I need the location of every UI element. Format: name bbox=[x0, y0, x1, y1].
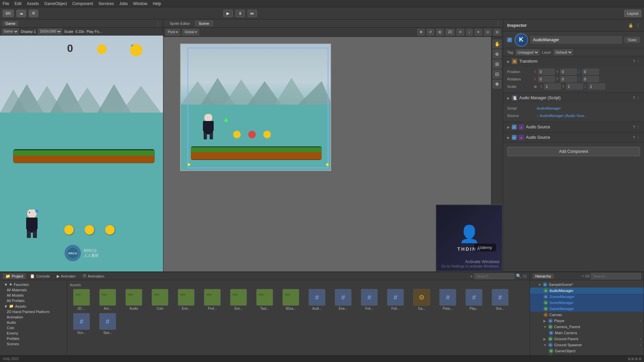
as2-info-btn[interactable]: ? bbox=[633, 135, 635, 140]
2d-view-button[interactable]: 2D bbox=[445, 29, 454, 36]
sidebar-prefabs[interactable]: Prefabs bbox=[3, 336, 67, 341]
sidebar-all-models[interactable]: All Models bbox=[3, 293, 67, 298]
transform-tool[interactable]: ⊟ bbox=[493, 70, 501, 78]
scale-z-value[interactable]: 1 bbox=[588, 83, 605, 89]
am-menu-btn[interactable]: ⋮ bbox=[636, 96, 640, 100]
br-button[interactable]: BR bbox=[3, 10, 14, 17]
asset-2d[interactable]: 2D ... bbox=[70, 289, 93, 310]
panel-menu[interactable]: ⋮ bbox=[156, 21, 160, 26]
audio-button[interactable]: ♪ bbox=[466, 29, 473, 36]
search-btn[interactable]: 🔍 bbox=[516, 274, 522, 279]
menu-help[interactable]: Help bbox=[153, 1, 161, 6]
rotation-z-value[interactable]: 0 bbox=[582, 76, 599, 82]
as1-active[interactable]: ✓ bbox=[512, 125, 517, 129]
asset-audio[interactable]: Audio bbox=[122, 289, 146, 310]
lighting-button[interactable]: ☀ bbox=[457, 29, 464, 36]
menu-jobs[interactable]: Jobs bbox=[119, 1, 127, 6]
hier-player[interactable]: ▶ G Player › bbox=[530, 318, 644, 324]
sidebar-assets[interactable]: ▼ 📁 Assets bbox=[0, 303, 67, 309]
sidebar-scenes[interactable]: Scenes bbox=[3, 341, 67, 347]
gameobject-active-checkbox[interactable]: ✓ bbox=[507, 38, 512, 42]
inspector-more-icon[interactable]: ⋮ bbox=[636, 23, 640, 28]
game-view-content[interactable]: 0 ⬤ 1 bbox=[0, 36, 163, 272]
rotate-tool[interactable]: ↺ bbox=[427, 29, 434, 36]
cloud-button[interactable]: ☁ bbox=[16, 10, 26, 17]
position-y-value[interactable]: 0 bbox=[560, 69, 577, 75]
add-folder-btn[interactable]: + bbox=[470, 274, 473, 279]
asset-coin-folder[interactable]: Coin bbox=[148, 289, 172, 310]
hier-scene-root[interactable]: ▼ S SampleScene* bbox=[530, 282, 644, 288]
scale-tool[interactable]: ⊞ bbox=[436, 29, 443, 36]
play-button[interactable]: ▶ bbox=[223, 10, 233, 17]
custom-tool[interactable]: ❋ bbox=[493, 80, 501, 88]
crosshair-tool[interactable]: ⊕ bbox=[493, 50, 501, 58]
audio-source-1-header[interactable]: ▶ ✓ ♪ Audio Source ? ⋮ bbox=[503, 122, 644, 132]
sidebar-all-prefabs[interactable]: All Prefabs bbox=[3, 298, 67, 303]
sidebar-enemy[interactable]: Enemy bbox=[3, 330, 67, 336]
transform-info-btn[interactable]: ? bbox=[633, 59, 635, 64]
asset-parallax-file[interactable]: # Para... bbox=[436, 289, 460, 310]
hand-tool[interactable]: ✋ bbox=[493, 40, 501, 48]
gizmos-button[interactable]: ⊙ bbox=[484, 29, 491, 36]
grid-button[interactable]: ⊟ bbox=[493, 29, 501, 36]
pause-button[interactable]: ⏸ bbox=[235, 10, 245, 17]
asset-score-file[interactable]: # Sco... bbox=[70, 313, 93, 335]
menu-edit[interactable]: Edit bbox=[14, 1, 21, 6]
gameobject-name-input[interactable] bbox=[531, 36, 622, 44]
rotation-x-value[interactable]: 0 bbox=[538, 76, 555, 82]
scale-x-value[interactable]: 1 bbox=[544, 83, 561, 89]
as2-active[interactable]: ✓ bbox=[512, 135, 517, 140]
audio-manager-header[interactable]: ▶ 📜 Audio Manager (Script) ? ⋮ bbox=[503, 93, 644, 103]
layer-select[interactable]: Default bbox=[554, 49, 573, 55]
rect-tool[interactable]: ⊞ bbox=[493, 60, 501, 68]
hier-main-camera[interactable]: G Main Camera bbox=[530, 330, 644, 336]
transform-menu-btn[interactable]: ⋮ bbox=[636, 59, 640, 64]
resolution-select[interactable]: 644x362 bbox=[38, 28, 62, 35]
add-component-button[interactable]: Add Component bbox=[507, 147, 640, 156]
handle-tr[interactable] bbox=[326, 163, 329, 166]
hier-ground-parent[interactable]: ▶ G Ground Parent › bbox=[530, 336, 644, 342]
pivot-button[interactable]: Pivot ▾ bbox=[165, 29, 180, 36]
asset-audio-file[interactable]: # Audi... bbox=[305, 289, 329, 310]
project-tab[interactable]: 📁 Project bbox=[3, 273, 26, 279]
game-display-select[interactable]: Game bbox=[2, 28, 19, 35]
sidebar-favorites[interactable]: ▼ ★ Favorites bbox=[0, 282, 67, 287]
hier-game-manager[interactable]: G GameManager bbox=[530, 306, 644, 312]
asset-tast-folder[interactable]: Tast... bbox=[253, 289, 276, 310]
asset-foliage2-file[interactable]: # Foli... bbox=[384, 289, 407, 310]
asset-scenes-folder[interactable]: Sce... bbox=[227, 289, 250, 310]
asset-wizard-folder[interactable]: Wiza... bbox=[279, 289, 303, 310]
sidebar-2d-hand-painted[interactable]: 2D Hand Painted Platform bbox=[3, 309, 67, 314]
menu-gameobject[interactable]: GameObject bbox=[44, 1, 67, 6]
sidebar-all-materials[interactable]: All Materials bbox=[3, 287, 67, 293]
center-panel-menu[interactable]: ⋮ bbox=[496, 21, 500, 26]
sidebar-audio[interactable]: Audio bbox=[3, 320, 67, 325]
hier-score-manager[interactable]: G ScoreManager bbox=[530, 300, 644, 306]
scale-y-value[interactable]: 1 bbox=[566, 83, 583, 89]
settings-toolbar-button[interactable]: ⚙ bbox=[29, 10, 38, 17]
transform-header[interactable]: ▶ ⊞ Transform ? ⋮ bbox=[503, 56, 644, 66]
hier-canvas[interactable]: C Canvas bbox=[530, 312, 644, 318]
static-toggle[interactable]: Static bbox=[625, 37, 640, 43]
as1-menu-btn[interactable]: ⋮ bbox=[636, 125, 640, 129]
console-tab[interactable]: 📋 Console bbox=[27, 273, 52, 279]
asset-foliage1-file[interactable]: # Foli... bbox=[358, 289, 381, 310]
project-search-input[interactable] bbox=[474, 273, 515, 279]
sidebar-coin[interactable]: Coin bbox=[3, 325, 67, 330]
am-info-btn[interactable]: ? bbox=[633, 96, 635, 100]
inspector-lock-icon[interactable]: 🔒 bbox=[628, 23, 633, 28]
menu-services[interactable]: Services bbox=[98, 1, 114, 6]
position-x-value[interactable]: 0 bbox=[538, 69, 555, 75]
scene-content[interactable]: ▲ ⬤ ⬤ ⬤ ✋ ⊕ bbox=[163, 37, 503, 272]
handle-tl[interactable] bbox=[187, 163, 190, 166]
asset-scene-file[interactable]: # Sce... bbox=[488, 289, 512, 310]
asset-enemy-folder[interactable]: Ene... bbox=[174, 289, 198, 310]
menu-assets[interactable]: Assets bbox=[27, 1, 39, 6]
hierarchy-add-btn[interactable]: + All bbox=[582, 274, 589, 279]
asset-settings-file[interactable]: ⚙ Ga... bbox=[410, 289, 433, 310]
animation-tab[interactable]: ⏱ Animation bbox=[80, 273, 107, 279]
move-tool[interactable]: ✥ bbox=[417, 29, 425, 36]
hierarchy-search-input[interactable] bbox=[591, 273, 641, 280]
asset-enemy-file[interactable]: # Ene... bbox=[331, 289, 355, 310]
rotation-y-value[interactable]: 0 bbox=[560, 76, 577, 82]
